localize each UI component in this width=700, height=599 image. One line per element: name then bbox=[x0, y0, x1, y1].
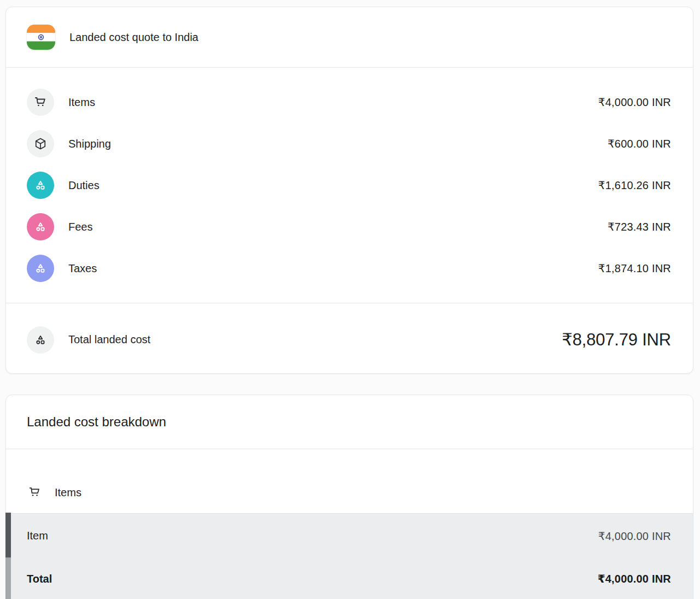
quote-row-value: ₹4,000.00 INR bbox=[598, 96, 671, 109]
breakdown-row-value: ₹4,000.00 INR bbox=[598, 530, 671, 543]
vertical-scrollbar[interactable] bbox=[5, 513, 11, 599]
breakdown-card-title: Landed cost breakdown bbox=[27, 414, 166, 430]
quote-row-fees: Fees ₹723.43 INR bbox=[6, 206, 693, 248]
quote-row-label: Taxes bbox=[68, 262, 97, 275]
quote-row-shipping: Shipping ₹600.00 INR bbox=[6, 123, 693, 165]
breakdown-section-label: Items bbox=[55, 485, 81, 500]
total-landed-cost-value: ₹8,807.79 INR bbox=[562, 330, 671, 350]
quote-row-value: ₹1,874.10 INR bbox=[598, 262, 671, 275]
landed-cost-breakdown-card: Landed cost breakdown Items Item ₹4,000.… bbox=[5, 395, 693, 599]
breakdown-total-label: Total bbox=[27, 573, 52, 585]
shapes-icon bbox=[27, 172, 54, 199]
cart-icon bbox=[27, 89, 54, 116]
cart-icon bbox=[28, 485, 42, 499]
quote-card-header: Landed cost quote to India bbox=[6, 7, 693, 67]
quote-row-items: Items ₹4,000.00 INR bbox=[6, 81, 693, 123]
total-landed-cost-row: Total landed cost ₹8,807.79 INR bbox=[6, 303, 693, 374]
breakdown-items-section-header: Items bbox=[6, 449, 693, 513]
india-flag-icon bbox=[27, 25, 55, 50]
quote-row-label: Shipping bbox=[68, 138, 111, 150]
quote-rows: Items ₹4,000.00 INR Shipping ₹600.00 INR… bbox=[6, 68, 693, 303]
quote-row-taxes: Taxes ₹1,874.10 INR bbox=[6, 248, 693, 289]
scrollbar-thumb[interactable] bbox=[5, 513, 11, 557]
quote-row-duties: Duties ₹1,610.26 INR bbox=[6, 165, 693, 206]
scrollbar-track[interactable] bbox=[5, 557, 11, 599]
breakdown-card-header: Landed cost breakdown bbox=[6, 395, 693, 449]
shapes-icon bbox=[27, 213, 54, 240]
shapes-icon bbox=[27, 255, 54, 282]
quote-row-value: ₹723.43 INR bbox=[608, 220, 671, 233]
package-icon bbox=[27, 130, 54, 157]
breakdown-row-item: Item ₹4,000.00 INR bbox=[6, 513, 693, 558]
quote-row-value: ₹600.00 INR bbox=[608, 137, 671, 150]
breakdown-row-total: Total ₹4,000.00 INR bbox=[6, 558, 693, 599]
breakdown-row-label: Item bbox=[27, 530, 48, 542]
total-landed-cost-label: Total landed cost bbox=[68, 333, 150, 346]
quote-row-label: Duties bbox=[68, 179, 100, 192]
quote-card-title: Landed cost quote to India bbox=[69, 31, 199, 44]
quote-row-label: Fees bbox=[68, 221, 92, 233]
quote-row-label: Items bbox=[68, 96, 95, 109]
shapes-icon bbox=[27, 326, 54, 354]
quote-row-value: ₹1,610.26 INR bbox=[598, 179, 671, 192]
landed-cost-quote-card: Landed cost quote to India Items ₹4,000.… bbox=[5, 7, 693, 374]
breakdown-total-value: ₹4,000.00 INR bbox=[598, 572, 671, 585]
